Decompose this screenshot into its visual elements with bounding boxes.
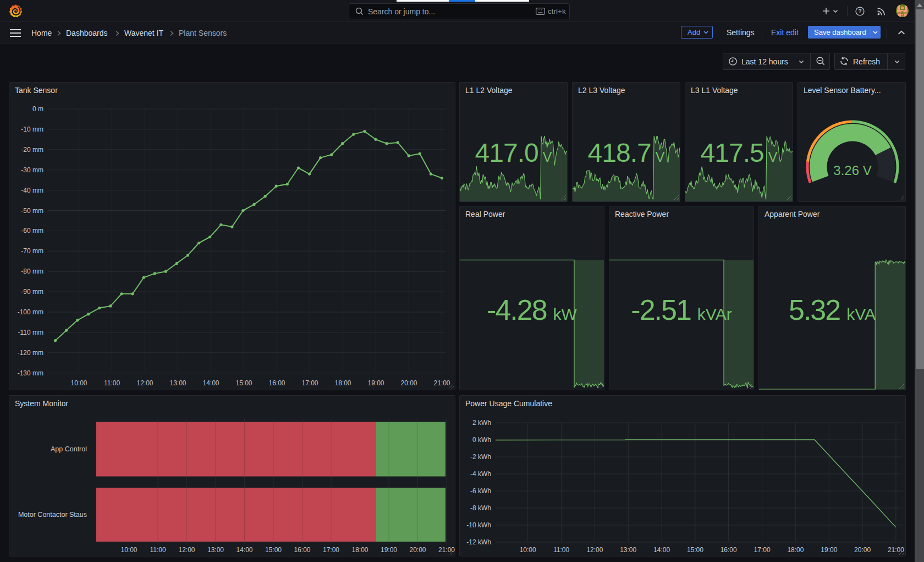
svg-text:-60 mm: -60 mm <box>21 227 43 234</box>
svg-text:-100 mm: -100 mm <box>18 308 43 316</box>
svg-text:Motor Contactor Staus: Motor Contactor Staus <box>18 511 87 519</box>
svg-text:16:00: 16:00 <box>268 379 285 387</box>
svg-text:-80 mm: -80 mm <box>21 268 43 275</box>
svg-text:-40 mm: -40 mm <box>21 187 43 194</box>
svg-text:-6 kWh: -6 kWh <box>470 487 491 495</box>
svg-text:20:00: 20:00 <box>409 546 426 554</box>
svg-text:0 m: 0 m <box>32 105 43 113</box>
svg-text:12:00: 12:00 <box>136 379 153 387</box>
svg-text:?: ? <box>858 8 861 14</box>
svg-text:-120 mm: -120 mm <box>18 349 43 357</box>
svg-text:-12 kWh: -12 kWh <box>466 538 491 546</box>
svg-text:App Control: App Control <box>51 445 87 453</box>
svg-text:-2 kWh: -2 kWh <box>470 453 491 461</box>
svg-text:-4 kWh: -4 kWh <box>470 470 491 478</box>
svg-text:11:00: 11:00 <box>553 546 569 554</box>
svg-text:10:00: 10:00 <box>120 546 137 554</box>
svg-text:18:00: 18:00 <box>787 546 804 554</box>
svg-text:-110 mm: -110 mm <box>18 329 43 336</box>
svg-text:18:00: 18:00 <box>334 379 351 387</box>
svg-text:0 kWh: 0 kWh <box>472 436 491 444</box>
svg-text:-20 mm: -20 mm <box>21 146 43 154</box>
svg-text:16:00: 16:00 <box>294 546 310 554</box>
svg-text:11:00: 11:00 <box>104 379 120 387</box>
svg-text:20:00: 20:00 <box>854 546 871 554</box>
svg-text:-10 kWh: -10 kWh <box>466 521 491 529</box>
svg-text:19:00: 19:00 <box>367 379 384 387</box>
svg-text:20:00: 20:00 <box>400 379 417 387</box>
svg-text:12:00: 12:00 <box>178 546 195 554</box>
svg-text:14:00: 14:00 <box>202 379 219 387</box>
svg-text:17:00: 17:00 <box>323 546 339 554</box>
svg-text:15:00: 15:00 <box>265 546 282 554</box>
svg-text:3.26 V: 3.26 V <box>833 163 871 178</box>
svg-text:13:00: 13:00 <box>169 379 186 387</box>
svg-text:15:00: 15:00 <box>235 379 252 387</box>
svg-text:12:00: 12:00 <box>586 546 603 554</box>
svg-text:17:00: 17:00 <box>301 379 318 387</box>
svg-text:19:00: 19:00 <box>381 546 397 554</box>
svg-text:-50 mm: -50 mm <box>21 207 43 215</box>
svg-text:-130 mm: -130 mm <box>18 369 43 377</box>
svg-text:-8 kWh: -8 kWh <box>470 504 491 512</box>
svg-text:14:00: 14:00 <box>653 546 670 554</box>
svg-text:14:00: 14:00 <box>236 546 252 554</box>
svg-text:10:00: 10:00 <box>520 546 536 554</box>
svg-text:-70 mm: -70 mm <box>21 247 43 255</box>
svg-text:17:00: 17:00 <box>754 546 771 554</box>
svg-text:-30 mm: -30 mm <box>21 166 43 174</box>
svg-text:13:00: 13:00 <box>207 546 224 554</box>
svg-text:16:00: 16:00 <box>721 546 737 554</box>
svg-text:11:00: 11:00 <box>150 546 166 554</box>
svg-text:13:00: 13:00 <box>620 546 636 554</box>
svg-text:19:00: 19:00 <box>821 546 837 554</box>
svg-text:-90 mm: -90 mm <box>21 288 43 296</box>
svg-text:18:00: 18:00 <box>351 546 368 554</box>
svg-text:10:00: 10:00 <box>70 379 87 387</box>
svg-text:-10 mm: -10 mm <box>21 126 43 133</box>
svg-text:2 kWh: 2 kWh <box>472 419 491 427</box>
svg-text:15:00: 15:00 <box>687 546 703 554</box>
